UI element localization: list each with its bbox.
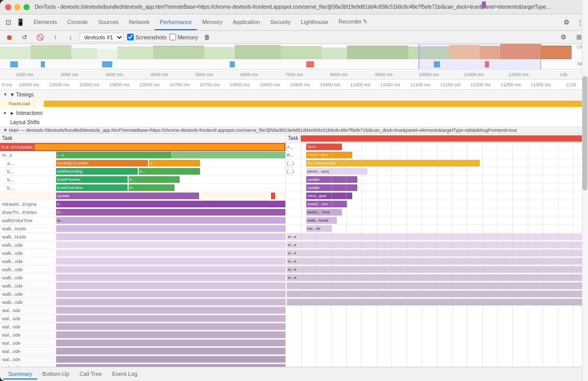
- svg-rect-16: [10, 61, 18, 67]
- devtools-tab-bar: ⊡ 📱 Elements Console Sources Network Per…: [0, 14, 588, 31]
- right-label-a: A...: [286, 145, 306, 150]
- traceload-row[interactable]: TraceLoad: [0, 99, 588, 108]
- right-bar-anon: (anon...ous): [306, 168, 368, 175]
- label-walkode-8: walk...ode: [0, 300, 56, 305]
- right-bar-update1: update: [306, 176, 357, 183]
- label-walode-6: wal...ode: [0, 349, 56, 354]
- tick-2000: 2000 ms: [47, 72, 92, 77]
- label-walkode-4: walk...ode: [0, 267, 56, 272]
- devtools-window: DevTools - devtools://devtools/bundled/d…: [0, 0, 588, 381]
- bar-walkode-1: [56, 242, 285, 248]
- right-bar-timer: Timer Fired: [306, 152, 352, 158]
- record-icon[interactable]: ⏺: [3, 31, 15, 43]
- tick-5000: 5000 ms: [182, 72, 227, 77]
- bar-update-1: update: [56, 193, 199, 199]
- main-ruler: 1000 ms 2000 ms 3000 ms 4000 ms 5000 ms …: [0, 69, 588, 80]
- right-bar-task: Task: [306, 144, 342, 150]
- label-walode-2: wal...ode: [0, 316, 56, 321]
- right-bar-we-1: w...e: [287, 233, 587, 240]
- screenshots-checkbox-label[interactable]: Screenshots: [127, 34, 166, 40]
- profile-select[interactable]: devtools #1: [80, 33, 124, 42]
- flame-right-body[interactable]: A... Task R... Timer Fired (...) Run Mic…: [286, 143, 588, 367]
- label-walk-node-1: walk...Node: [0, 226, 56, 231]
- tab-memory[interactable]: Memory: [197, 14, 228, 30]
- sub-tick-10850: 10850 ms: [255, 82, 285, 87]
- close-button[interactable]: [5, 4, 11, 10]
- bar-loading-complete: loadingComplete: [56, 160, 148, 166]
- tab-event-log[interactable]: Event Log: [107, 369, 143, 379]
- svg-rect-19: [230, 61, 235, 67]
- sub-tick-11300: 11300 ms: [526, 82, 556, 87]
- right-label-paren1: (...): [286, 161, 306, 166]
- minimize-button[interactable]: [14, 4, 20, 10]
- perf-toolbar: ⏺ ↺ 🚫 ↑ ↓ devtools #1 Screenshots Memory…: [0, 31, 588, 44]
- sub-tick-10500: 10500 ms: [44, 82, 74, 87]
- sub-tick-11000: 11000 ms: [345, 82, 375, 87]
- row-walkode-8: walk...ode: [0, 298, 285, 306]
- right-bar-we-6: w...e: [287, 274, 587, 281]
- title-bar: DevTools - devtools://devtools/bundled/d…: [0, 0, 588, 14]
- memory-checkbox-label[interactable]: Memory: [169, 34, 198, 40]
- scrollbar-track[interactable]: [582, 134, 588, 367]
- delete-icon[interactable]: 🗑: [201, 31, 213, 43]
- device-icon[interactable]: 📱: [14, 16, 27, 29]
- tab-bottom-up[interactable]: Bottom-Up: [37, 369, 75, 379]
- sub-tick-10650: 10650 ms: [134, 82, 164, 87]
- svg-rect-0: [0, 46, 31, 59]
- tick-6000: 6000 ms: [227, 72, 272, 77]
- reload-record-icon[interactable]: ↺: [18, 31, 31, 43]
- tick-3000: 3000 ms: [92, 72, 137, 77]
- clear-icon[interactable]: 🚫: [34, 31, 46, 43]
- tab-elements[interactable]: Elements: [29, 14, 62, 30]
- flame-left-body[interactable]: Run Microtasks #r...s i...e a...: [0, 143, 285, 367]
- sub-tick-11200: 11200 ms: [465, 82, 496, 87]
- memory-checkbox[interactable]: [169, 34, 176, 40]
- svg-rect-4: [117, 46, 153, 59]
- tab-network[interactable]: Network: [124, 14, 155, 30]
- settings-icon[interactable]: ⚙: [560, 16, 573, 29]
- bar-a2: a...: [149, 160, 200, 166]
- layout-shifts-label: Layout Shifts: [10, 120, 40, 125]
- tab-security[interactable]: Security: [265, 14, 296, 30]
- overview-bar[interactable]: CPU NET: [0, 44, 588, 69]
- tick-10000: 10000 ms: [406, 72, 451, 77]
- maximize-button[interactable]: [23, 4, 30, 10]
- tab-lighthouse[interactable]: Lighthouse: [296, 14, 333, 30]
- row-walkode-7: walk...ode: [0, 290, 285, 298]
- run-microtasks-bar: [35, 144, 284, 150]
- svg-rect-8: [281, 46, 322, 59]
- label-walkode-2: walk...ode: [0, 251, 56, 256]
- right-bar-we-4: w...e: [287, 258, 587, 265]
- scrollbar-thumb[interactable]: [582, 134, 587, 190]
- bar-b1-2: a...: [139, 168, 200, 175]
- svg-rect-18: [102, 61, 112, 67]
- layout-shifts-row[interactable]: Layout Shifts: [0, 117, 588, 127]
- interactions-row[interactable]: ► ► Interactions: [0, 108, 588, 117]
- tab-application[interactable]: Application: [228, 14, 265, 30]
- label-walode-7: wal...ode: [0, 357, 56, 362]
- download-icon[interactable]: ↓: [64, 31, 77, 43]
- screenshots-checkbox[interactable]: [127, 34, 134, 40]
- right-task-row: A... Task: [286, 143, 588, 151]
- timings-expand-icon: ▼: [3, 92, 8, 97]
- row-walk-entire: walkEntireTree w...: [0, 217, 285, 225]
- row-b2: b... buildPreview b...: [0, 176, 285, 184]
- inspect-icon[interactable]: ⊡: [2, 16, 14, 29]
- bar-walode-5: [56, 340, 285, 346]
- upload-icon[interactable]: ↑: [49, 31, 61, 43]
- right-label-r: R...: [286, 153, 306, 158]
- bar-walode-3: [56, 323, 285, 330]
- tab-call-tree[interactable]: Call Tree: [75, 369, 107, 379]
- tab-console[interactable]: Console: [62, 14, 93, 30]
- row-walode-1: wal...ode: [0, 306, 285, 315]
- timings-header[interactable]: ▼ ▼ Timings: [0, 90, 588, 99]
- tab-summary[interactable]: Summary: [3, 369, 37, 379]
- right-update-row-2: update: [286, 184, 588, 192]
- tab-performance[interactable]: Performance: [155, 14, 197, 30]
- perf-settings-icon[interactable]: ⚙: [557, 31, 570, 43]
- right-bar-we-3: w...e: [287, 250, 587, 256]
- svg-rect-3: [97, 49, 117, 59]
- tab-sources[interactable]: Sources: [93, 14, 124, 30]
- sub-tick-11250: 11250 ms: [496, 82, 526, 87]
- tab-recorder[interactable]: Recorder ✎: [333, 14, 373, 30]
